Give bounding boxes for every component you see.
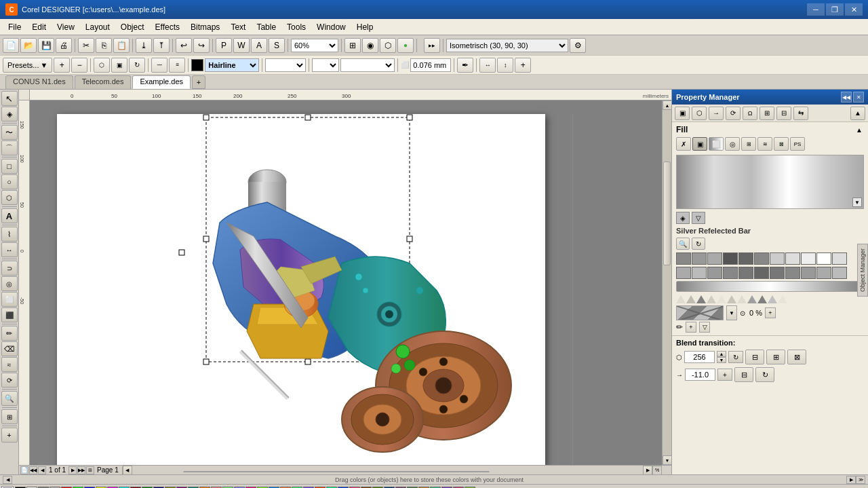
web-button[interactable]: W bbox=[233, 38, 250, 53]
publish-button[interactable]: P bbox=[216, 38, 232, 53]
view-btn1[interactable]: ⊞ bbox=[344, 38, 361, 53]
text-tool[interactable]: A bbox=[1, 208, 18, 223]
cs-23[interactable] bbox=[707, 267, 722, 279]
view-preset-dropdown[interactable]: Isometrisch (30, 90, 30) bbox=[446, 39, 568, 52]
tri-2[interactable] bbox=[686, 295, 696, 303]
blend-offset-input[interactable] bbox=[685, 369, 715, 381]
pen-tool[interactable]: ✏ bbox=[1, 326, 18, 341]
zoom-dropdown[interactable]: 60% bbox=[291, 39, 338, 52]
blend-steps-input[interactable] bbox=[684, 351, 715, 363]
line-width-input[interactable] bbox=[410, 58, 451, 72]
view-btn4[interactable]: ● bbox=[397, 38, 414, 53]
position-add-btn[interactable]: + bbox=[686, 322, 696, 333]
cs-22[interactable] bbox=[692, 267, 707, 279]
cs-3[interactable] bbox=[707, 252, 722, 265]
view-settings-button[interactable]: ⚙ bbox=[570, 38, 586, 53]
blend-down-btn[interactable]: ▼ bbox=[717, 357, 726, 363]
page-view-btn[interactable]: ⊞ bbox=[86, 466, 94, 474]
panel-collapse-btn[interactable]: ▲ bbox=[850, 107, 865, 120]
tab-add-button[interactable]: + bbox=[192, 75, 205, 89]
new-button[interactable]: 📄 bbox=[3, 38, 19, 53]
presets-button[interactable]: Presets... ▼ bbox=[3, 58, 52, 73]
tab-0[interactable]: CONUS N1.des bbox=[5, 75, 73, 89]
open-button[interactable]: 📂 bbox=[20, 38, 37, 53]
freehand-tool[interactable]: 〜 bbox=[1, 125, 18, 140]
menu-tools[interactable]: Tools bbox=[281, 21, 311, 33]
menu-bitmaps[interactable]: Bitmaps bbox=[185, 21, 225, 33]
fill-mesh-btn[interactable]: ⊠ bbox=[774, 137, 789, 151]
menu-view[interactable]: View bbox=[52, 21, 80, 33]
scale-btn1[interactable]: ↔ bbox=[479, 58, 496, 73]
measure-tool[interactable]: ↔ bbox=[1, 242, 18, 257]
cs-21[interactable] bbox=[676, 267, 691, 279]
menu-text[interactable]: Text bbox=[225, 21, 251, 33]
line-start-dropdown[interactable] bbox=[340, 58, 395, 72]
blend-up-btn[interactable]: ▲ bbox=[717, 351, 726, 357]
hscroll-right-btn[interactable]: ▶ bbox=[643, 466, 652, 475]
copy-button[interactable]: ⎘ bbox=[96, 38, 112, 53]
menu-layout[interactable]: Layout bbox=[80, 21, 115, 33]
gradient-expand-btn[interactable]: ▼ bbox=[852, 198, 862, 207]
menu-edit[interactable]: Edit bbox=[26, 21, 52, 33]
panel-grid-btn[interactable]: ⊞ bbox=[760, 107, 774, 120]
panel-outline-btn[interactable]: ⬡ bbox=[692, 107, 707, 120]
blend-reset-btn[interactable]: ↻ bbox=[728, 351, 743, 363]
add-outline-btn[interactable]: + bbox=[515, 58, 531, 73]
paste-button[interactable]: 📋 bbox=[113, 38, 130, 53]
page-add-btn[interactable]: + bbox=[1, 428, 18, 443]
eraser-tool[interactable]: ⌫ bbox=[1, 341, 18, 356]
cs-27[interactable] bbox=[770, 267, 785, 279]
blend-dropdown-btn[interactable]: ▼ bbox=[726, 305, 737, 320]
tri-10[interactable] bbox=[768, 295, 777, 303]
blend-mid-btn[interactable]: ⊞ bbox=[766, 350, 785, 364]
calligraphy-btn[interactable]: ✒ bbox=[457, 58, 473, 73]
page-first-btn[interactable]: ◀◀ bbox=[29, 466, 37, 474]
view-btn2[interactable]: ◉ bbox=[362, 38, 378, 53]
table-tool[interactable]: ⊞ bbox=[1, 409, 18, 424]
panel-prev-btn[interactable]: ◀◀ bbox=[841, 92, 852, 102]
hscroll-left-btn[interactable]: ◀ bbox=[123, 466, 132, 475]
cs-30[interactable] bbox=[816, 267, 831, 279]
panel-style-btn[interactable]: ⟳ bbox=[726, 107, 741, 120]
snap-button[interactable]: S bbox=[269, 38, 285, 53]
tri-1[interactable] bbox=[676, 295, 686, 303]
tri-8[interactable] bbox=[747, 295, 757, 303]
panel-char-btn[interactable]: Ω bbox=[743, 107, 757, 120]
tri-4[interactable] bbox=[707, 295, 716, 303]
menu-file[interactable]: File bbox=[3, 21, 26, 33]
page-next-btn[interactable]: ▶ bbox=[68, 466, 77, 474]
cs-11[interactable] bbox=[832, 252, 847, 265]
page-last-btn[interactable]: ▶▶ bbox=[77, 466, 85, 474]
fill-linear-btn[interactable]: ⬜ bbox=[709, 137, 724, 151]
pal-scroll-left[interactable]: ◀ bbox=[3, 476, 12, 484]
cs-6[interactable] bbox=[754, 252, 769, 265]
line-style-dropdown[interactable] bbox=[265, 58, 306, 72]
hairline-dropdown[interactable]: Hairline bbox=[205, 58, 259, 72]
tab-2[interactable]: Example.des bbox=[132, 75, 191, 89]
fill-collapse-btn[interactable]: ▲ bbox=[854, 125, 864, 134]
blend-off-1[interactable]: ⊟ bbox=[734, 367, 753, 382]
outline-color-btn[interactable]: ⬡ bbox=[94, 58, 110, 73]
toolbar-expand[interactable]: ▸▸ bbox=[424, 38, 440, 53]
color-swatch[interactable] bbox=[191, 59, 203, 71]
cs-29[interactable] bbox=[801, 267, 816, 279]
zoom-tool[interactable]: 🔍 bbox=[1, 391, 18, 406]
page-doc-btn[interactable]: 📄 bbox=[20, 466, 28, 474]
vscroll-thumb[interactable] bbox=[663, 162, 671, 265]
panel-fill-btn[interactable]: ▣ bbox=[675, 107, 690, 120]
menu-window[interactable]: Window bbox=[311, 21, 351, 33]
zoom-percent-btn[interactable]: % bbox=[652, 466, 662, 475]
import-button[interactable]: ⤓ bbox=[136, 38, 152, 53]
blend-tool[interactable]: ⊃ bbox=[1, 261, 18, 276]
cut-button[interactable]: ✂ bbox=[78, 38, 94, 53]
view-btn3[interactable]: ⬡ bbox=[380, 38, 396, 53]
fill-ps-btn[interactable]: PS bbox=[790, 137, 805, 151]
extrude-tool[interactable]: ⬛ bbox=[1, 307, 18, 322]
dash-btn2[interactable]: ≡ bbox=[169, 58, 185, 73]
minimize-button[interactable]: ─ bbox=[807, 3, 825, 16]
v-scrollbar[interactable]: ▲ ▼ bbox=[662, 100, 671, 465]
save-button[interactable]: 💾 bbox=[38, 38, 54, 53]
tri-11[interactable] bbox=[778, 295, 787, 303]
tri-3[interactable] bbox=[696, 295, 706, 303]
tri-5[interactable] bbox=[717, 295, 726, 303]
